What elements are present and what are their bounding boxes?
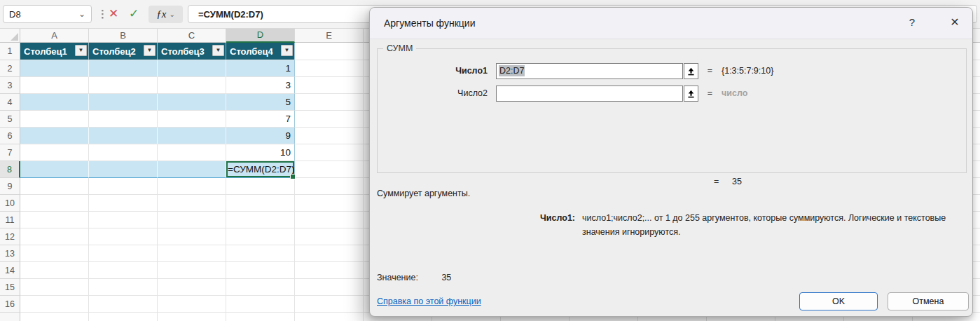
row-header-2[interactable]: 2 bbox=[0, 60, 20, 77]
cell-B3[interactable] bbox=[89, 77, 158, 94]
cell-A10[interactable] bbox=[20, 195, 89, 212]
dialog-titlebar[interactable]: Аргументы функции ? ✕ bbox=[370, 8, 972, 39]
cell-A7[interactable] bbox=[20, 144, 89, 161]
row-header-17[interactable] bbox=[0, 313, 20, 321]
name-box[interactable]: D8 ⌄ bbox=[3, 5, 92, 23]
cell-B14[interactable] bbox=[89, 262, 158, 279]
collapse-dialog-button[interactable] bbox=[684, 63, 698, 79]
cell-A5[interactable] bbox=[20, 111, 89, 128]
filter-button[interactable]: ▼ bbox=[281, 45, 293, 56]
row-header-12[interactable]: 12 bbox=[0, 228, 20, 245]
cell-C6[interactable] bbox=[158, 128, 226, 144]
cell-A14[interactable] bbox=[20, 262, 89, 279]
cell-A8[interactable] bbox=[20, 161, 89, 178]
row-header-13[interactable]: 13 bbox=[0, 245, 20, 262]
enter-formula-icon[interactable]: ✓ bbox=[129, 6, 139, 21]
cell-C12[interactable] bbox=[158, 228, 226, 245]
cell-E14[interactable] bbox=[295, 262, 364, 279]
table-header-cell-C1[interactable]: Столбец3▼ bbox=[158, 43, 226, 60]
cell-A12[interactable] bbox=[20, 228, 89, 245]
cell-B2[interactable] bbox=[89, 60, 158, 77]
arg1-input[interactable]: D2:D7 bbox=[496, 63, 683, 79]
cell-E7[interactable] bbox=[295, 144, 364, 161]
cell-E1[interactable] bbox=[295, 43, 364, 60]
row-header-4[interactable]: 4 bbox=[0, 94, 20, 111]
row-header-6[interactable]: 6 bbox=[0, 128, 20, 144]
cell-D9[interactable] bbox=[226, 178, 295, 195]
cell-C8[interactable] bbox=[158, 161, 226, 178]
cell-E2[interactable] bbox=[295, 60, 364, 77]
cell-B15[interactable] bbox=[89, 279, 158, 296]
cell-E3[interactable] bbox=[295, 77, 364, 94]
cancel-button[interactable]: Отмена bbox=[888, 292, 969, 310]
cell-A4[interactable] bbox=[20, 94, 89, 111]
table-header-cell-A1[interactable]: Столбец1▼ bbox=[20, 43, 89, 60]
cell-B4[interactable] bbox=[89, 94, 158, 111]
cell-B5[interactable] bbox=[89, 111, 158, 128]
fill-handle[interactable] bbox=[290, 174, 296, 179]
row-header-10[interactable]: 10 bbox=[0, 195, 20, 212]
table-header-cell-D1[interactable]: Столбец4▼ bbox=[226, 43, 295, 60]
cell-E10[interactable] bbox=[295, 195, 364, 212]
cell-C9[interactable] bbox=[158, 178, 226, 195]
cell-D5[interactable]: 7 bbox=[226, 111, 295, 128]
cell-A2[interactable] bbox=[20, 60, 89, 77]
row-header-9[interactable]: 9 bbox=[0, 178, 20, 195]
select-all-corner[interactable] bbox=[0, 28, 20, 43]
cell-B12[interactable] bbox=[89, 228, 158, 245]
column-header-D[interactable]: D bbox=[226, 28, 295, 43]
cell-C2[interactable] bbox=[158, 60, 226, 77]
filter-button[interactable]: ▼ bbox=[212, 45, 224, 56]
cell-B11[interactable] bbox=[89, 212, 158, 228]
cell-E13[interactable] bbox=[295, 245, 364, 262]
cell-A9[interactable] bbox=[20, 178, 89, 195]
row-header-7[interactable]: 7 bbox=[0, 144, 20, 161]
active-cell-D8[interactable]: =СУММ(D2:D7) bbox=[226, 161, 295, 178]
cell-D15[interactable] bbox=[226, 279, 295, 296]
ok-button[interactable]: OK bbox=[799, 292, 878, 310]
cell-D2[interactable]: 1 bbox=[226, 60, 295, 77]
row-header-16[interactable]: 16 bbox=[0, 296, 20, 313]
cell-D12[interactable] bbox=[226, 228, 295, 245]
cell-E8[interactable] bbox=[295, 161, 364, 178]
close-icon[interactable]: ✕ bbox=[946, 15, 964, 32]
row-header-5[interactable]: 5 bbox=[0, 111, 20, 128]
cell-B6[interactable] bbox=[89, 128, 158, 144]
cell-A17[interactable] bbox=[20, 313, 89, 321]
cell-D7[interactable]: 10 bbox=[226, 144, 295, 161]
cell-B9[interactable] bbox=[89, 178, 158, 195]
insert-function-button[interactable]: ƒx ⌄ bbox=[149, 6, 183, 23]
cell-C17[interactable] bbox=[158, 313, 226, 321]
cell-C3[interactable] bbox=[158, 77, 226, 94]
cell-C13[interactable] bbox=[158, 245, 226, 262]
cell-B8[interactable] bbox=[89, 161, 158, 178]
cell-B17[interactable] bbox=[89, 313, 158, 321]
cell-E9[interactable] bbox=[295, 178, 364, 195]
column-header-E[interactable]: E bbox=[295, 28, 364, 43]
cell-D11[interactable] bbox=[226, 212, 295, 228]
cell-D16[interactable] bbox=[226, 296, 295, 313]
cell-A15[interactable] bbox=[20, 279, 89, 296]
cell-A6[interactable] bbox=[20, 128, 89, 144]
cell-B10[interactable] bbox=[89, 195, 158, 212]
arg2-input[interactable] bbox=[496, 86, 683, 102]
cell-C7[interactable] bbox=[158, 144, 226, 161]
row-header-11[interactable]: 11 bbox=[0, 212, 20, 228]
cancel-formula-icon[interactable]: ✕ bbox=[109, 6, 118, 21]
cell-C14[interactable] bbox=[158, 262, 226, 279]
cell-D14[interactable] bbox=[226, 262, 295, 279]
cell-C5[interactable] bbox=[158, 111, 226, 128]
cell-E16[interactable] bbox=[295, 296, 364, 313]
row-header-1[interactable]: 1 bbox=[0, 43, 20, 60]
collapse-dialog-button[interactable] bbox=[684, 86, 698, 102]
cell-E11[interactable] bbox=[295, 212, 364, 228]
function-help-link[interactable]: Справка по этой функции bbox=[377, 296, 481, 306]
row-header-14[interactable]: 14 bbox=[0, 262, 20, 279]
filter-button[interactable]: ▼ bbox=[144, 45, 156, 56]
row-header-8[interactable]: 8 bbox=[0, 161, 20, 178]
column-header-B[interactable]: B bbox=[89, 28, 158, 43]
cell-E4[interactable] bbox=[295, 94, 364, 111]
cell-A13[interactable] bbox=[20, 245, 89, 262]
cell-A3[interactable] bbox=[20, 77, 89, 94]
cell-E5[interactable] bbox=[295, 111, 364, 128]
